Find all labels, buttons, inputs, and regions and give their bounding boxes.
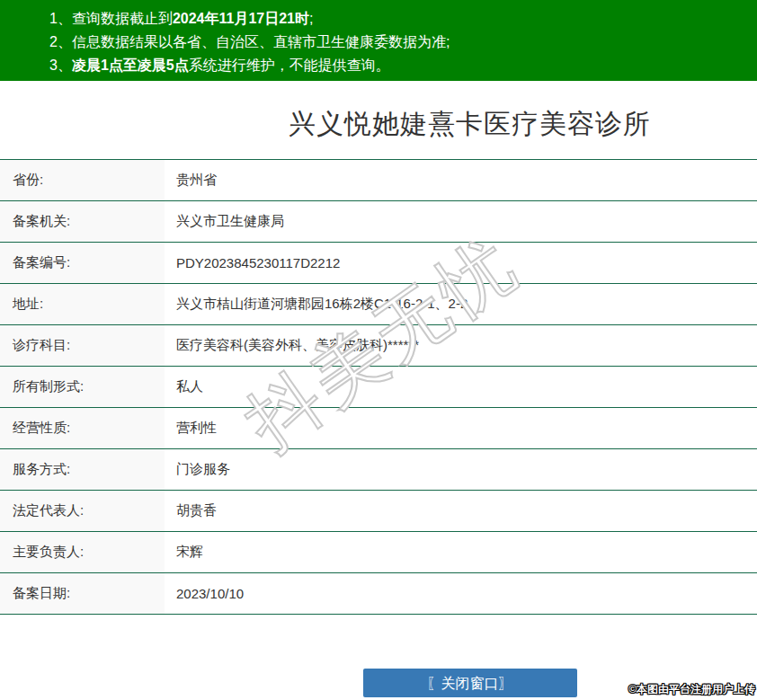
- notice-text: 系统进行维护，不能提供查询。: [189, 58, 390, 73]
- notice-line: 3、凌晨1点至凌晨5点系统进行维护，不能提供查询。: [49, 54, 748, 77]
- notice-list: 1、查询数据截止到2024年11月17日21时;2、信息数据结果以各省、自治区、…: [49, 7, 748, 77]
- notice-text: ;: [309, 11, 313, 26]
- notice-text: 信息数据结果以各省、自治区、直辖市卫生健康委数据为准;: [72, 34, 450, 49]
- row-label: 省份:: [0, 160, 165, 200]
- table-row: 主要负责人:宋辉: [0, 532, 757, 573]
- row-label: 主要负责人:: [0, 532, 165, 572]
- row-label: 诊疗科目:: [0, 325, 165, 366]
- table-row: 诊疗科目:医疗美容科(美容外科、美容皮肤科)******: [0, 325, 757, 367]
- notice-number: 1、: [49, 11, 72, 26]
- row-value: 宋辉: [165, 532, 757, 572]
- row-label: 所有制形式:: [0, 367, 165, 407]
- notice-number: 2、: [49, 34, 72, 49]
- table-row: 经营性质:营利性: [0, 408, 757, 449]
- row-label: 地址:: [0, 284, 165, 324]
- table-row: 省份:贵州省: [0, 160, 757, 201]
- page: 兴义悦她婕熹卡医疗美容诊所 省份:贵州省备案机关:兴义市卫生健康局备案编号:PD…: [0, 106, 757, 697]
- notice-text: 2024年11月17日21时: [173, 11, 309, 26]
- notice-line: 1、查询数据截止到2024年11月17日21时;: [49, 7, 748, 31]
- table-row: 服务方式:门诊服务: [0, 449, 757, 491]
- page-title: 兴义悦她婕熹卡医疗美容诊所: [0, 106, 757, 142]
- table-row: 备案日期:2023/10/10: [0, 573, 757, 615]
- row-value: 营利性: [165, 408, 757, 448]
- notice-text: 查询数据截止到: [72, 11, 173, 26]
- table-row: 法定代表人:胡贵香: [0, 491, 757, 532]
- close-window-button[interactable]: 〖关闭窗口〗: [363, 669, 577, 697]
- row-label: 经营性质:: [0, 408, 165, 448]
- notice-banner: 1、查询数据截止到2024年11月17日21时;2、信息数据结果以各省、自治区、…: [0, 0, 757, 81]
- image-credit-text: ©本图由平台注册用户上传: [628, 682, 755, 697]
- table-row: 地址:兴义市桔山街道河塘郡园16栋2楼C1-16-2-1、2-2: [0, 284, 757, 325]
- row-value: 2023/10/10: [165, 573, 757, 614]
- row-value: 贵州省: [165, 160, 757, 200]
- row-value: 胡贵香: [165, 491, 757, 531]
- table-row: 备案机关:兴义市卫生健康局: [0, 201, 757, 243]
- row-value: 门诊服务: [165, 449, 757, 490]
- table-row: 备案编号:PDY2023845230117D2212: [0, 243, 757, 284]
- row-label: 备案日期:: [0, 573, 165, 614]
- row-value: 兴义市桔山街道河塘郡园16栋2楼C1-16-2-1、2-2: [165, 284, 757, 324]
- row-label: 服务方式:: [0, 449, 165, 490]
- row-value: 兴义市卫生健康局: [165, 201, 757, 242]
- notice-text: 凌晨1点至凌晨5点: [72, 58, 189, 73]
- info-table: 省份:贵州省备案机关:兴义市卫生健康局备案编号:PDY2023845230117…: [0, 159, 757, 615]
- table-row: 所有制形式:私人: [0, 367, 757, 408]
- row-value: 私人: [165, 367, 757, 407]
- row-value: PDY2023845230117D2212: [165, 243, 757, 283]
- row-value: 医疗美容科(美容外科、美容皮肤科)******: [165, 325, 757, 366]
- notice-number: 3、: [49, 58, 72, 73]
- row-label: 备案机关:: [0, 201, 165, 242]
- notice-line: 2、信息数据结果以各省、自治区、直辖市卫生健康委数据为准;: [49, 31, 748, 54]
- row-label: 备案编号:: [0, 243, 165, 283]
- row-label: 法定代表人:: [0, 491, 165, 531]
